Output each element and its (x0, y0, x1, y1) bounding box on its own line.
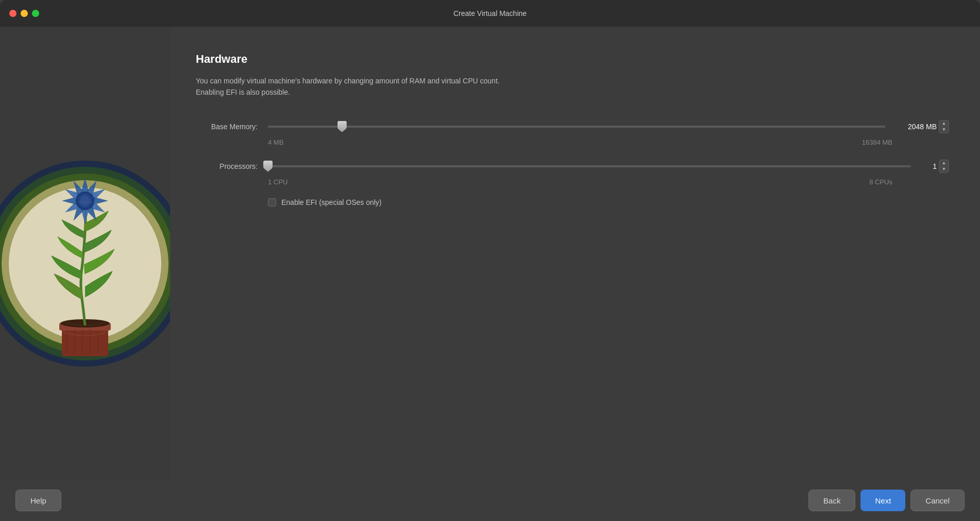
processors-range: 1 CPU 8 CPUs (196, 178, 949, 186)
hardware-section: Hardware You can modify virtual machine'… (196, 53, 949, 464)
illustration-panel (0, 27, 170, 480)
section-description: You can modify virtual machine's hardwar… (196, 75, 660, 98)
close-button[interactable] (9, 10, 16, 17)
titlebar: Create Virtual Machine (0, 0, 980, 27)
processors-value-container: 1 ▲ ▼ (921, 160, 949, 173)
processors-track (268, 165, 911, 167)
base-memory-value: 2048 MB (895, 123, 937, 131)
window-controls (9, 10, 39, 17)
main-content: Hardware You can modify virtual machine'… (0, 27, 980, 480)
bottom-left-buttons: Help (15, 490, 61, 511)
base-memory-track (268, 126, 885, 128)
base-memory-spinner[interactable]: ▲ ▼ (939, 120, 949, 133)
processors-down[interactable]: ▼ (939, 166, 949, 172)
processors-up[interactable]: ▲ (939, 160, 949, 166)
cancel-button[interactable]: Cancel (910, 490, 965, 511)
bottom-right-buttons: Back Next Cancel (808, 490, 965, 511)
base-memory-up[interactable]: ▲ (939, 120, 949, 127)
base-memory-row: Base Memory: 2048 MB ▲ ▼ (196, 119, 949, 134)
base-memory-label: Base Memory: (196, 123, 258, 131)
right-panel: Hardware You can modify virtual machine'… (170, 27, 980, 480)
processors-max: 8 CPUs (869, 178, 892, 186)
help-button[interactable]: Help (15, 490, 61, 511)
window-title: Create Virtual Machine (453, 9, 527, 18)
base-memory-min: 4 MB (268, 138, 283, 146)
processors-row: Processors: 1 ▲ ▼ (196, 159, 949, 174)
base-memory-value-container: 2048 MB ▲ ▼ (895, 120, 949, 133)
processors-thumb[interactable] (263, 161, 273, 172)
next-button[interactable]: Next (860, 490, 905, 511)
processors-min: 1 CPU (268, 178, 288, 186)
processors-label: Processors: (196, 162, 258, 170)
base-memory-fill (268, 126, 342, 128)
base-memory-range: 4 MB 16384 MB (196, 138, 949, 146)
processors-value: 1 (921, 162, 937, 170)
minimize-button[interactable] (21, 10, 28, 17)
base-memory-down[interactable]: ▼ (939, 127, 949, 133)
section-title: Hardware (196, 53, 949, 66)
back-button[interactable]: Back (808, 490, 855, 511)
illustration-svg (0, 73, 170, 433)
base-memory-max: 16384 MB (862, 138, 892, 146)
processors-spinner[interactable]: ▲ ▼ (939, 160, 949, 173)
maximize-button[interactable] (32, 10, 39, 17)
efi-checkbox[interactable] (268, 198, 276, 206)
efi-label: Enable EFI (special OSes only) (281, 198, 382, 206)
processors-slider-container (268, 159, 911, 174)
svg-point-27 (80, 196, 90, 206)
base-memory-thumb[interactable] (337, 121, 347, 132)
base-memory-slider-container (268, 119, 885, 134)
bottom-bar: Help Back Next Cancel (0, 480, 980, 521)
efi-row: Enable EFI (special OSes only) (196, 198, 949, 206)
